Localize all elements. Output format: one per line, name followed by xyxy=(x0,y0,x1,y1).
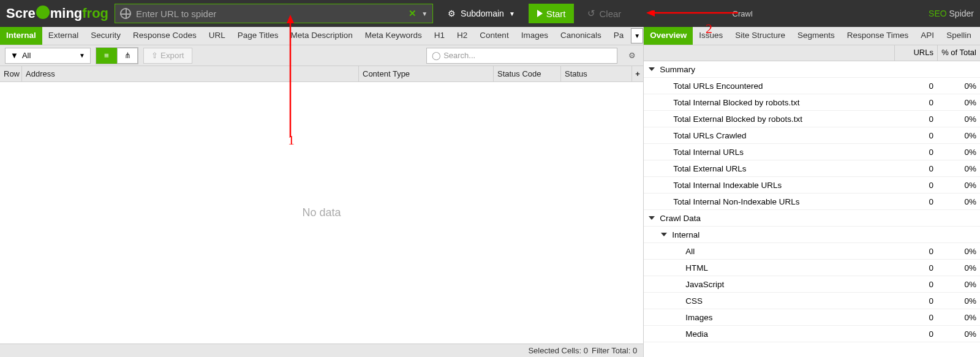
overview-row[interactable]: Total Internal Blocked by robots.txt00% xyxy=(644,94,980,111)
overview-urls-value: 0 xyxy=(894,115,937,124)
overview-row[interactable]: CSS00% xyxy=(644,293,980,309)
overview-row-label: JavaScript xyxy=(685,280,724,289)
sitemap-icon: ⚙ xyxy=(448,9,456,18)
product-spider: Spider xyxy=(947,9,974,18)
overview-row[interactable]: All00% xyxy=(644,243,980,260)
overview-urls-value: 0 xyxy=(894,280,937,289)
tab-url[interactable]: URL xyxy=(203,27,232,45)
tab-canonicals[interactable]: Canonicals xyxy=(554,27,608,45)
left-tabs: InternalExternalSecurityResponse CodesUR… xyxy=(0,27,643,45)
undo-icon: ↺ xyxy=(587,8,595,19)
export-label: Export xyxy=(160,51,184,60)
overview-pct-value: 0% xyxy=(937,296,980,306)
overview-row[interactable]: Total External Blocked by robots.txt00% xyxy=(644,111,980,127)
tab-page-titles[interactable]: Page Titles xyxy=(232,27,285,45)
overview-urls-value: 0 xyxy=(894,296,937,306)
overview-row[interactable]: Total External URLs00% xyxy=(644,160,980,177)
tab-content[interactable]: Content xyxy=(473,27,514,45)
overview-section[interactable]: Crawl Data xyxy=(644,210,980,227)
crawl-mode-dropdown[interactable]: ⚙ Subdomain ▼ xyxy=(442,4,521,23)
overview-urls-value: 0 xyxy=(894,81,937,91)
url-dropdown-icon[interactable]: ▼ xyxy=(421,10,428,17)
start-button[interactable]: Start xyxy=(529,4,575,23)
col-status[interactable]: Status xyxy=(561,66,632,81)
tab-meta-description[interactable]: Meta Description xyxy=(284,27,358,45)
overview-urls-value: 0 xyxy=(894,197,937,206)
top-toolbar: Scremingfrog ✕ ▼ ⚙ Subdomain ▼ Start ↺ C… xyxy=(0,0,980,27)
overview-row[interactable]: Images00% xyxy=(644,309,980,326)
overview-section[interactable]: Internal xyxy=(644,227,980,243)
export-button: ⇧ Export xyxy=(143,48,192,64)
product-seo: SEO xyxy=(929,9,947,18)
right-pane: OverviewIssuesSite StructureSegmentsResp… xyxy=(644,27,980,357)
logo-text-2: ming xyxy=(50,6,83,21)
overview-row-label: Total Internal Non-Indexable URLs xyxy=(673,197,799,206)
tab-external[interactable]: External xyxy=(42,27,85,45)
overview-row[interactable]: Total Internal Indexable URLs00% xyxy=(644,177,980,194)
overview-row-label: Images xyxy=(685,313,712,322)
tab-meta-keywords[interactable]: Meta Keywords xyxy=(359,27,428,45)
rtab-segments[interactable]: Segments xyxy=(791,27,841,45)
overview-pct-value: 0% xyxy=(937,313,980,322)
filter-dropdown[interactable]: ▼All ▼ xyxy=(5,48,91,64)
tab-pa[interactable]: Pa xyxy=(608,27,630,45)
tab-h2[interactable]: H2 xyxy=(451,27,473,45)
overview-row-label: Internal xyxy=(672,230,699,239)
search-input[interactable] xyxy=(443,51,612,60)
rtab-api[interactable]: API xyxy=(914,27,940,45)
caret-down-icon xyxy=(649,67,655,71)
tab-response-codes[interactable]: Response Codes xyxy=(127,27,203,45)
overview-row[interactable]: Total URLs Encountered00% xyxy=(644,78,980,94)
no-data-message: No data xyxy=(0,82,643,344)
tree-view-button[interactable]: ⋔ xyxy=(117,48,138,64)
url-input[interactable] xyxy=(136,9,404,19)
overview-row[interactable]: Total Internal Non-Indexable URLs00% xyxy=(644,194,980,210)
overview-col-urls[interactable]: URLs xyxy=(894,45,937,61)
search-settings-icon[interactable]: ⚙ xyxy=(626,51,638,60)
clear-button-label: Clear xyxy=(599,9,621,19)
overview-row-label: Total URLs Encountered xyxy=(673,81,763,91)
col-address[interactable]: Address xyxy=(22,66,359,81)
filter-label: All xyxy=(22,51,31,60)
overview-urls-value: 0 xyxy=(894,263,937,272)
overview-pct-value: 0% xyxy=(937,329,980,339)
overview-urls-value: 0 xyxy=(894,181,937,190)
add-column-button[interactable]: + xyxy=(632,66,643,81)
col-status-code[interactable]: Status Code xyxy=(494,66,561,81)
overview-urls-value: 0 xyxy=(894,98,937,107)
tab-internal[interactable]: Internal xyxy=(0,27,42,45)
chevron-down-icon: ▼ xyxy=(509,10,515,17)
overview-section[interactable]: Summary xyxy=(644,61,980,78)
overview-col-pct[interactable]: % of Total xyxy=(937,45,980,61)
left-pane: InternalExternalSecurityResponse CodesUR… xyxy=(0,27,644,357)
list-view-button[interactable]: ≡ xyxy=(96,48,117,64)
tab-images[interactable]: Images xyxy=(515,27,554,45)
url-input-container[interactable]: ✕ ▼ xyxy=(115,4,433,23)
overview-pct-value: 0% xyxy=(937,81,980,91)
tabs-overflow-button[interactable]: ▼ xyxy=(631,28,643,43)
search-box[interactable]: ◯ xyxy=(426,48,617,64)
rtab-response-times[interactable]: Response Times xyxy=(841,27,915,45)
rtab-overview[interactable]: Overview xyxy=(644,27,693,45)
overview-col-label xyxy=(644,45,894,61)
play-icon xyxy=(537,10,543,17)
overview-row[interactable]: Media00% xyxy=(644,326,980,342)
overview-row[interactable]: JavaScript00% xyxy=(644,276,980,293)
col-row[interactable]: Row xyxy=(0,66,22,81)
tab-h1[interactable]: H1 xyxy=(428,27,451,45)
overview-pct-value: 0% xyxy=(937,115,980,124)
rtab-site-structure[interactable]: Site Structure xyxy=(729,27,791,45)
tab-security[interactable]: Security xyxy=(85,27,127,45)
overview-row[interactable]: Total Internal URLs00% xyxy=(644,144,980,160)
crawl-mode-label: Subdomain xyxy=(461,9,504,18)
clear-url-icon[interactable]: ✕ xyxy=(409,8,417,19)
rtab-spellin[interactable]: Spellin xyxy=(940,27,978,45)
overview-row-label: Media xyxy=(685,329,708,339)
col-content-type[interactable]: Content Type xyxy=(359,66,494,81)
overview-row[interactable]: HTML00% xyxy=(644,260,980,276)
funnel-icon: ▼ xyxy=(10,51,18,60)
overview-pct-value: 0% xyxy=(937,263,980,272)
overview-pct-value: 0% xyxy=(937,181,980,190)
annotation-label-2: 2 xyxy=(706,21,712,37)
overview-row[interactable]: Total URLs Crawled00% xyxy=(644,127,980,144)
